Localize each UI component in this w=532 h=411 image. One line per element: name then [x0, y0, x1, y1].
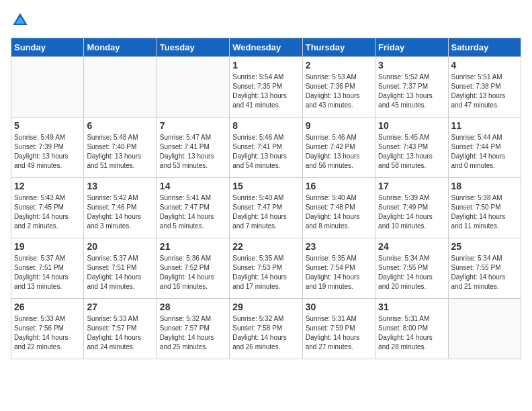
calendar-table: SundayMondayTuesdayWednesdayThursdayFrid…	[11, 38, 521, 359]
day-number: 4	[451, 60, 518, 71]
day-number: 31	[378, 302, 445, 312]
day-info: Sunrise: 5:40 AM Sunset: 7:48 PM Dayligh…	[306, 193, 372, 231]
day-info: Sunrise: 5:51 AM Sunset: 7:38 PM Dayligh…	[451, 73, 518, 110]
day-info: Sunrise: 5:42 AM Sunset: 7:46 PM Dayligh…	[87, 193, 153, 231]
day-number: 22	[232, 241, 299, 252]
day-number: 14	[160, 181, 226, 191]
day-info: Sunrise: 5:34 AM Sunset: 7:55 PM Dayligh…	[378, 254, 445, 291]
day-info: Sunrise: 5:40 AM Sunset: 7:47 PM Dayligh…	[232, 193, 299, 231]
day-number: 12	[14, 181, 81, 191]
calendar-cell: 18Sunrise: 5:38 AM Sunset: 7:50 PM Dayli…	[448, 178, 521, 238]
day-info: Sunrise: 5:46 AM Sunset: 7:42 PM Dayligh…	[306, 133, 372, 171]
day-number: 7	[160, 120, 226, 131]
day-info: Sunrise: 5:36 AM Sunset: 7:52 PM Dayligh…	[160, 254, 226, 291]
header-day: Wednesday	[230, 38, 302, 57]
day-number: 16	[306, 181, 372, 191]
calendar-cell: 30Sunrise: 5:31 AM Sunset: 7:59 PM Dayli…	[302, 299, 375, 359]
calendar-cell: 16Sunrise: 5:40 AM Sunset: 7:48 PM Dayli…	[302, 178, 375, 238]
day-info: Sunrise: 5:35 AM Sunset: 7:54 PM Dayligh…	[306, 254, 372, 291]
day-number: 25	[451, 241, 518, 252]
day-number: 15	[232, 181, 299, 191]
day-info: Sunrise: 5:46 AM Sunset: 7:41 PM Dayligh…	[232, 133, 299, 171]
day-number: 3	[378, 60, 445, 71]
day-number: 30	[306, 302, 372, 312]
day-info: Sunrise: 5:37 AM Sunset: 7:51 PM Dayligh…	[14, 254, 81, 291]
calendar-cell: 10Sunrise: 5:45 AM Sunset: 7:43 PM Dayli…	[375, 118, 448, 178]
day-number: 2	[306, 60, 372, 71]
header-day: Tuesday	[157, 38, 229, 57]
day-number: 24	[378, 241, 445, 252]
calendar-cell: 23Sunrise: 5:35 AM Sunset: 7:54 PM Dayli…	[302, 238, 375, 299]
day-info: Sunrise: 5:31 AM Sunset: 8:00 PM Dayligh…	[378, 314, 445, 352]
calendar-cell: 17Sunrise: 5:39 AM Sunset: 7:49 PM Dayli…	[375, 178, 448, 238]
day-info: Sunrise: 5:31 AM Sunset: 7:59 PM Dayligh…	[306, 314, 372, 352]
calendar-cell: 1Sunrise: 5:54 AM Sunset: 7:35 PM Daylig…	[230, 57, 302, 118]
calendar-cell: 24Sunrise: 5:34 AM Sunset: 7:55 PM Dayli…	[375, 238, 448, 299]
calendar-row: 12Sunrise: 5:43 AM Sunset: 7:45 PM Dayli…	[11, 178, 521, 238]
day-number: 20	[87, 241, 153, 252]
calendar-cell: 3Sunrise: 5:52 AM Sunset: 7:37 PM Daylig…	[375, 57, 448, 118]
day-info: Sunrise: 5:43 AM Sunset: 7:45 PM Dayligh…	[14, 193, 81, 231]
calendar-cell: 28Sunrise: 5:32 AM Sunset: 7:57 PM Dayli…	[157, 299, 229, 359]
day-number: 6	[87, 120, 153, 131]
day-info: Sunrise: 5:32 AM Sunset: 7:58 PM Dayligh…	[232, 314, 299, 352]
day-info: Sunrise: 5:33 AM Sunset: 7:57 PM Dayligh…	[87, 314, 153, 352]
day-number: 9	[306, 120, 372, 131]
day-number: 29	[232, 302, 299, 312]
day-number: 17	[378, 181, 445, 191]
calendar-cell: 7Sunrise: 5:47 AM Sunset: 7:41 PM Daylig…	[157, 118, 229, 178]
day-info: Sunrise: 5:53 AM Sunset: 7:36 PM Dayligh…	[306, 73, 372, 110]
calendar-cell: 15Sunrise: 5:40 AM Sunset: 7:47 PM Dayli…	[230, 178, 302, 238]
calendar-cell: 26Sunrise: 5:33 AM Sunset: 7:56 PM Dayli…	[11, 299, 84, 359]
day-info: Sunrise: 5:38 AM Sunset: 7:50 PM Dayligh…	[451, 193, 518, 231]
day-info: Sunrise: 5:47 AM Sunset: 7:41 PM Dayligh…	[160, 133, 226, 171]
page-header	[11, 11, 521, 30]
calendar-cell: 27Sunrise: 5:33 AM Sunset: 7:57 PM Dayli…	[84, 299, 157, 359]
day-number: 10	[378, 120, 445, 131]
day-number: 19	[14, 241, 81, 252]
calendar-cell: 13Sunrise: 5:42 AM Sunset: 7:46 PM Dayli…	[84, 178, 157, 238]
logo	[11, 11, 32, 30]
calendar-cell: 22Sunrise: 5:35 AM Sunset: 7:53 PM Dayli…	[230, 238, 302, 299]
header-day: Monday	[84, 38, 157, 57]
calendar-cell	[448, 299, 521, 359]
calendar-cell: 20Sunrise: 5:37 AM Sunset: 7:51 PM Dayli…	[84, 238, 157, 299]
day-info: Sunrise: 5:44 AM Sunset: 7:44 PM Dayligh…	[451, 133, 518, 171]
calendar-cell: 9Sunrise: 5:46 AM Sunset: 7:42 PM Daylig…	[302, 118, 375, 178]
day-number: 5	[14, 120, 81, 131]
day-number: 11	[451, 120, 518, 131]
calendar-row: 19Sunrise: 5:37 AM Sunset: 7:51 PM Dayli…	[11, 238, 521, 299]
calendar-cell: 12Sunrise: 5:43 AM Sunset: 7:45 PM Dayli…	[11, 178, 84, 238]
header-day: Thursday	[302, 38, 375, 57]
header-day: Friday	[375, 38, 448, 57]
day-number: 8	[232, 120, 299, 131]
day-number: 27	[87, 302, 153, 312]
calendar-cell	[157, 57, 229, 118]
day-number: 18	[451, 181, 518, 191]
calendar-cell: 25Sunrise: 5:34 AM Sunset: 7:55 PM Dayli…	[448, 238, 521, 299]
day-number: 21	[160, 241, 226, 252]
day-info: Sunrise: 5:37 AM Sunset: 7:51 PM Dayligh…	[87, 254, 153, 291]
header-day: Saturday	[448, 38, 521, 57]
header-row: SundayMondayTuesdayWednesdayThursdayFrid…	[11, 38, 521, 57]
day-info: Sunrise: 5:41 AM Sunset: 7:47 PM Dayligh…	[160, 193, 226, 231]
header-day: Sunday	[11, 38, 84, 57]
day-info: Sunrise: 5:52 AM Sunset: 7:37 PM Dayligh…	[378, 73, 445, 110]
calendar-cell: 21Sunrise: 5:36 AM Sunset: 7:52 PM Dayli…	[157, 238, 229, 299]
day-info: Sunrise: 5:32 AM Sunset: 7:57 PM Dayligh…	[160, 314, 226, 352]
day-number: 1	[232, 60, 299, 71]
calendar-cell	[11, 57, 84, 118]
calendar-row: 1Sunrise: 5:54 AM Sunset: 7:35 PM Daylig…	[11, 57, 521, 118]
calendar-cell: 5Sunrise: 5:49 AM Sunset: 7:39 PM Daylig…	[11, 118, 84, 178]
day-info: Sunrise: 5:34 AM Sunset: 7:55 PM Dayligh…	[451, 254, 518, 291]
day-number: 23	[306, 241, 372, 252]
calendar-cell	[84, 57, 157, 118]
calendar-row: 5Sunrise: 5:49 AM Sunset: 7:39 PM Daylig…	[11, 118, 521, 178]
day-info: Sunrise: 5:54 AM Sunset: 7:35 PM Dayligh…	[232, 73, 299, 110]
calendar-cell: 4Sunrise: 5:51 AM Sunset: 7:38 PM Daylig…	[448, 57, 521, 118]
day-number: 28	[160, 302, 226, 312]
calendar-cell: 2Sunrise: 5:53 AM Sunset: 7:36 PM Daylig…	[302, 57, 375, 118]
calendar-cell: 8Sunrise: 5:46 AM Sunset: 7:41 PM Daylig…	[230, 118, 302, 178]
calendar-cell: 29Sunrise: 5:32 AM Sunset: 7:58 PM Dayli…	[230, 299, 302, 359]
day-info: Sunrise: 5:48 AM Sunset: 7:40 PM Dayligh…	[87, 133, 153, 171]
